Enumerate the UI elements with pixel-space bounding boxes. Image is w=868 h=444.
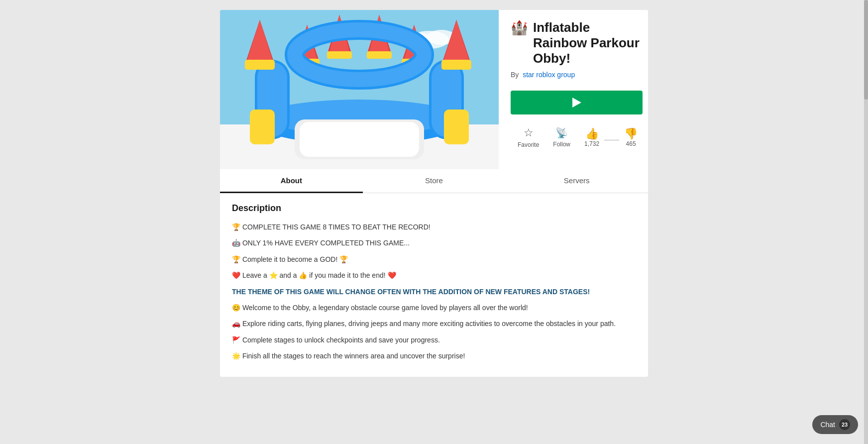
description-line-3: 🏆 Complete it to become a GOD! 🏆 (232, 254, 636, 265)
favorite-icon: ☆ (524, 126, 534, 139)
svg-rect-34 (444, 110, 469, 144)
like-icon: 👍 (585, 127, 599, 140)
chat-badge: 23 (839, 419, 850, 430)
game-thumbnail (220, 10, 499, 169)
svg-rect-28 (441, 60, 471, 70)
scrollbar[interactable] (864, 0, 868, 444)
svg-rect-33 (250, 110, 275, 144)
chat-button[interactable]: Chat 23 (812, 415, 858, 434)
action-row: ☆ Favorite 📡 Follow 👍 1,732 (511, 124, 643, 150)
page-wrapper: 🏰 Inflatable Rainbow Parkour Obby! By st… (0, 0, 868, 387)
content-area: Description 🏆 COMPLETE THIS GAME 8 TIMES… (220, 193, 648, 377)
follow-button[interactable]: 📡 Follow (546, 125, 577, 150)
tab-about[interactable]: About (220, 169, 363, 193)
chat-label: Chat (820, 421, 835, 429)
description-line-5: THE THEME OF THIS GAME WILL CHANGE OFTEN… (232, 286, 636, 297)
game-info-panel: 🏰 Inflatable Rainbow Parkour Obby! By st… (499, 10, 648, 169)
creator-name[interactable]: star roblox group (523, 71, 575, 79)
description-line-2: 🤖 ONLY 1% HAVE EVERY COMPLETED THIS GAME… (232, 237, 636, 248)
follow-icon: 📡 (555, 127, 568, 139)
game-creator: By star roblox group (511, 71, 643, 79)
tab-store[interactable]: Store (363, 169, 506, 193)
like-button[interactable]: 👍 1,732 (579, 125, 604, 149)
main-container: 🏰 Inflatable Rainbow Parkour Obby! By st… (220, 10, 648, 377)
dislike-count: 465 (626, 140, 636, 147)
game-title-row: 🏰 Inflatable Rainbow Parkour Obby! (511, 20, 643, 67)
description-title: Description (232, 203, 636, 214)
vote-divider (604, 140, 619, 140)
description-line-9: 🌟 Finish all the stages to reach the win… (232, 350, 636, 361)
game-icon: 🏰 (511, 21, 528, 35)
creator-prefix: By (511, 71, 519, 79)
description-line-7: 🚗 Explore riding carts, flying planes, d… (232, 318, 636, 329)
like-count: 1,732 (584, 140, 599, 147)
play-icon (572, 98, 581, 108)
dislike-icon: 👎 (624, 127, 638, 140)
top-section: 🏰 Inflatable Rainbow Parkour Obby! By st… (220, 10, 648, 169)
tab-servers[interactable]: Servers (505, 169, 648, 193)
scrollbar-thumb[interactable] (864, 0, 868, 100)
description-line-1: 🏆 COMPLETE THIS GAME 8 TIMES TO BEAT THE… (232, 222, 636, 232)
description-line-4: ❤️ Leave a ⭐ and a 👍 if you made it to t… (232, 270, 636, 281)
tabs-row: About Store Servers (220, 169, 648, 193)
game-title: Inflatable Rainbow Parkour Obby! (533, 20, 643, 67)
play-button[interactable] (511, 91, 643, 114)
dislike-button[interactable]: 👎 465 (619, 125, 643, 149)
favorite-label: Favorite (518, 141, 539, 148)
svg-rect-13 (245, 60, 275, 70)
svg-rect-32 (300, 122, 419, 157)
vote-group: 👍 1,732 👎 465 (579, 125, 643, 149)
svg-rect-22 (367, 51, 392, 59)
favorite-button[interactable]: ☆ Favorite (511, 124, 546, 150)
description-line-8: 🚩 Complete stages to unlock checkpoints … (232, 334, 636, 345)
description-line-6: 😊 Welcome to the Obby, a legendary obsta… (232, 302, 636, 313)
svg-rect-19 (327, 51, 352, 59)
follow-label: Follow (553, 141, 570, 148)
